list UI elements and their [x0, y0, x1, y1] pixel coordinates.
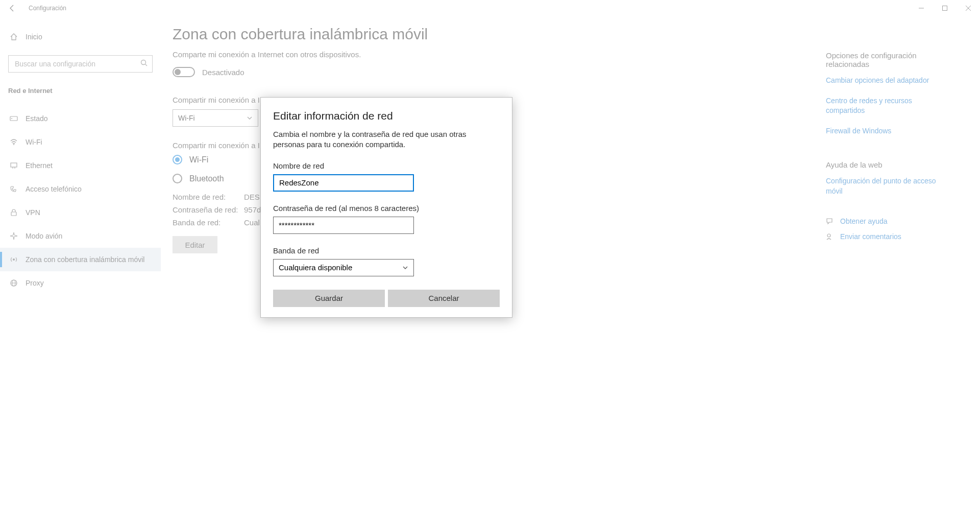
- modal-title: Editar información de red: [273, 110, 500, 122]
- chevron-down-icon: [402, 265, 408, 271]
- network-password-input[interactable]: [273, 217, 414, 234]
- save-button[interactable]: Guardar: [273, 290, 385, 307]
- network-password-label: Contraseña de red (al menos 8 caracteres…: [273, 204, 500, 213]
- modal-description: Cambia el nombre y la contraseña de red …: [273, 129, 500, 150]
- network-name-label: Nombre de red: [273, 161, 500, 170]
- cancel-button[interactable]: Cancelar: [388, 290, 500, 307]
- network-band-select[interactable]: Cualquiera disponible: [273, 259, 414, 276]
- network-band-label: Banda de red: [273, 246, 500, 255]
- network-band-value: Cualquiera disponible: [279, 263, 352, 272]
- network-name-input[interactable]: [273, 174, 414, 192]
- edit-network-modal: Editar información de red Cambia el nomb…: [260, 97, 512, 318]
